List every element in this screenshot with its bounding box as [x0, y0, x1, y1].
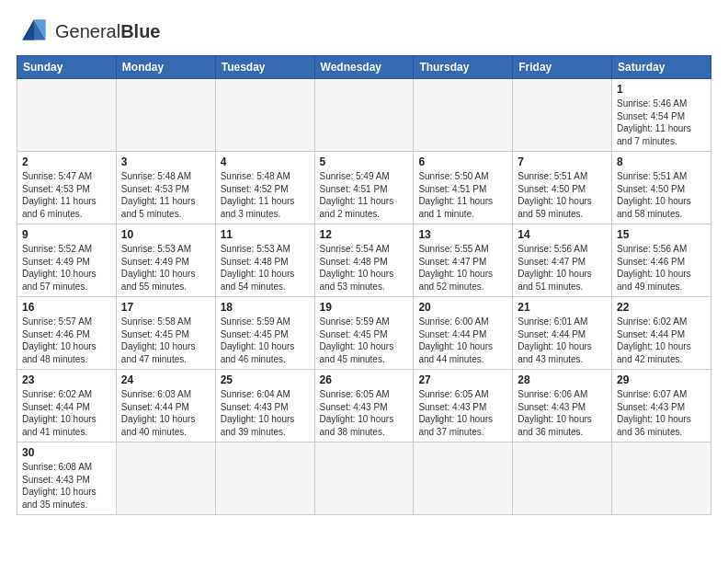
calendar-cell: 3Sunrise: 5:48 AM Sunset: 4:53 PM Daylig…: [116, 152, 215, 224]
day-number: 25: [221, 373, 310, 386]
day-info: Sunrise: 5:56 AM Sunset: 4:47 PM Dayligh…: [518, 243, 607, 293]
day-info: Sunrise: 6:05 AM Sunset: 4:43 PM Dayligh…: [320, 388, 409, 438]
day-info: Sunrise: 5:52 AM Sunset: 4:49 PM Dayligh…: [22, 243, 111, 293]
day-number: 3: [121, 155, 210, 168]
day-info: Sunrise: 5:55 AM Sunset: 4:47 PM Dayligh…: [418, 243, 507, 293]
day-number: 14: [518, 228, 607, 241]
day-number: 16: [22, 301, 111, 314]
day-info: Sunrise: 6:05 AM Sunset: 4:43 PM Dayligh…: [418, 388, 507, 438]
day-number: 28: [518, 373, 607, 386]
calendar-table: SundayMondayTuesdayWednesdayThursdayFrid…: [17, 55, 711, 515]
day-number: 24: [121, 373, 210, 386]
weekday-header-sunday: Sunday: [17, 56, 117, 79]
day-number: 15: [617, 228, 706, 241]
day-info: Sunrise: 6:02 AM Sunset: 4:44 PM Dayligh…: [22, 388, 111, 438]
page: GeneralBlue SundayMondayTuesdayWednesday…: [0, 0, 728, 524]
calendar-cell: 4Sunrise: 5:48 AM Sunset: 4:52 PM Daylig…: [215, 152, 314, 224]
day-info: Sunrise: 5:53 AM Sunset: 4:48 PM Dayligh…: [221, 243, 310, 293]
day-number: 5: [320, 155, 409, 168]
calendar-cell: 19Sunrise: 5:59 AM Sunset: 4:45 PM Dayli…: [314, 297, 414, 370]
day-info: Sunrise: 5:49 AM Sunset: 4:51 PM Dayligh…: [320, 170, 409, 220]
day-info: Sunrise: 6:03 AM Sunset: 4:44 PM Dayligh…: [121, 388, 210, 438]
day-info: Sunrise: 5:59 AM Sunset: 4:45 PM Dayligh…: [320, 316, 409, 365]
calendar-cell: [116, 442, 215, 515]
day-number: 10: [121, 228, 210, 241]
calendar-cell: [513, 442, 612, 515]
calendar-cell: 5Sunrise: 5:49 AM Sunset: 4:51 PM Daylig…: [314, 152, 414, 224]
day-number: 20: [418, 301, 507, 314]
day-info: Sunrise: 5:46 AM Sunset: 4:54 PM Dayligh…: [617, 98, 706, 147]
calendar-cell: 2Sunrise: 5:47 AM Sunset: 4:53 PM Daylig…: [17, 152, 117, 224]
calendar-cell: 10Sunrise: 5:53 AM Sunset: 4:49 PM Dayli…: [116, 224, 215, 297]
calendar-cell: [116, 79, 215, 152]
calendar-cell: 11Sunrise: 5:53 AM Sunset: 4:48 PM Dayli…: [215, 224, 314, 297]
calendar-cell: 29Sunrise: 6:07 AM Sunset: 4:43 PM Dayli…: [612, 370, 711, 442]
day-info: Sunrise: 5:48 AM Sunset: 4:52 PM Dayligh…: [221, 170, 310, 220]
calendar-cell: [612, 442, 711, 515]
day-info: Sunrise: 6:06 AM Sunset: 4:43 PM Dayligh…: [518, 388, 607, 438]
calendar-cell: [314, 79, 414, 152]
calendar-week-row: 9Sunrise: 5:52 AM Sunset: 4:49 PM Daylig…: [17, 224, 711, 297]
day-number: 18: [221, 301, 310, 314]
day-number: 21: [518, 301, 607, 314]
calendar-cell: 24Sunrise: 6:03 AM Sunset: 4:44 PM Dayli…: [116, 370, 215, 442]
calendar-week-row: 2Sunrise: 5:47 AM Sunset: 4:53 PM Daylig…: [17, 152, 711, 224]
day-number: 27: [418, 373, 507, 386]
day-info: Sunrise: 6:04 AM Sunset: 4:43 PM Dayligh…: [221, 388, 310, 438]
calendar-cell: 27Sunrise: 6:05 AM Sunset: 4:43 PM Dayli…: [414, 370, 513, 442]
calendar-cell: [414, 79, 513, 152]
calendar-cell: 20Sunrise: 6:00 AM Sunset: 4:44 PM Dayli…: [414, 297, 513, 370]
day-info: Sunrise: 5:54 AM Sunset: 4:48 PM Dayligh…: [320, 243, 409, 293]
day-number: 4: [221, 155, 310, 168]
day-number: 23: [22, 373, 111, 386]
logo: GeneralBlue: [17, 17, 161, 46]
logo-icon: [17, 17, 51, 46]
calendar-week-row: 1Sunrise: 5:46 AM Sunset: 4:54 PM Daylig…: [17, 79, 711, 152]
day-info: Sunrise: 6:00 AM Sunset: 4:44 PM Dayligh…: [418, 316, 507, 365]
weekday-header-tuesday: Tuesday: [215, 56, 314, 79]
calendar-cell: [414, 442, 513, 515]
day-info: Sunrise: 5:51 AM Sunset: 4:50 PM Dayligh…: [518, 170, 607, 220]
day-info: Sunrise: 5:53 AM Sunset: 4:49 PM Dayligh…: [121, 243, 210, 293]
calendar-cell: 13Sunrise: 5:55 AM Sunset: 4:47 PM Dayli…: [414, 224, 513, 297]
day-info: Sunrise: 5:48 AM Sunset: 4:53 PM Dayligh…: [121, 170, 210, 220]
calendar-cell: [215, 79, 314, 152]
day-number: 8: [617, 155, 706, 168]
logo-text: GeneralBlue: [55, 21, 161, 42]
calendar-cell: 16Sunrise: 5:57 AM Sunset: 4:46 PM Dayli…: [17, 297, 117, 370]
day-number: 29: [617, 373, 706, 386]
day-number: 22: [617, 301, 706, 314]
day-number: 7: [518, 155, 607, 168]
calendar-cell: 6Sunrise: 5:50 AM Sunset: 4:51 PM Daylig…: [414, 152, 513, 224]
calendar-cell: 30Sunrise: 6:08 AM Sunset: 4:43 PM Dayli…: [17, 442, 117, 515]
day-number: 6: [418, 155, 507, 168]
day-info: Sunrise: 6:02 AM Sunset: 4:44 PM Dayligh…: [617, 316, 706, 365]
calendar-cell: [513, 79, 612, 152]
calendar-cell: 1Sunrise: 5:46 AM Sunset: 4:54 PM Daylig…: [612, 79, 711, 152]
day-info: Sunrise: 6:08 AM Sunset: 4:43 PM Dayligh…: [22, 461, 111, 511]
calendar-cell: 26Sunrise: 6:05 AM Sunset: 4:43 PM Dayli…: [314, 370, 414, 442]
calendar-cell: [314, 442, 414, 515]
calendar-week-row: 30Sunrise: 6:08 AM Sunset: 4:43 PM Dayli…: [17, 442, 711, 515]
calendar-cell: 22Sunrise: 6:02 AM Sunset: 4:44 PM Dayli…: [612, 297, 711, 370]
calendar-cell: 7Sunrise: 5:51 AM Sunset: 4:50 PM Daylig…: [513, 152, 612, 224]
weekday-header-friday: Friday: [513, 56, 612, 79]
day-number: 1: [617, 83, 706, 96]
weekday-header-monday: Monday: [116, 56, 215, 79]
calendar-cell: 17Sunrise: 5:58 AM Sunset: 4:45 PM Dayli…: [116, 297, 215, 370]
calendar-cell: [215, 442, 314, 515]
weekday-header-row: SundayMondayTuesdayWednesdayThursdayFrid…: [17, 56, 711, 79]
day-info: Sunrise: 5:59 AM Sunset: 4:45 PM Dayligh…: [221, 316, 310, 365]
calendar-cell: 25Sunrise: 6:04 AM Sunset: 4:43 PM Dayli…: [215, 370, 314, 442]
calendar-cell: [17, 79, 117, 152]
calendar-cell: 23Sunrise: 6:02 AM Sunset: 4:44 PM Dayli…: [17, 370, 117, 442]
day-number: 13: [418, 228, 507, 241]
day-info: Sunrise: 5:51 AM Sunset: 4:50 PM Dayligh…: [617, 170, 706, 220]
svg-marker-2: [22, 19, 34, 40]
day-info: Sunrise: 5:56 AM Sunset: 4:46 PM Dayligh…: [617, 243, 706, 293]
weekday-header-wednesday: Wednesday: [314, 56, 414, 79]
weekday-header-saturday: Saturday: [612, 56, 711, 79]
day-info: Sunrise: 5:58 AM Sunset: 4:45 PM Dayligh…: [121, 316, 210, 365]
calendar-week-row: 16Sunrise: 5:57 AM Sunset: 4:46 PM Dayli…: [17, 297, 711, 370]
day-number: 17: [121, 301, 210, 314]
